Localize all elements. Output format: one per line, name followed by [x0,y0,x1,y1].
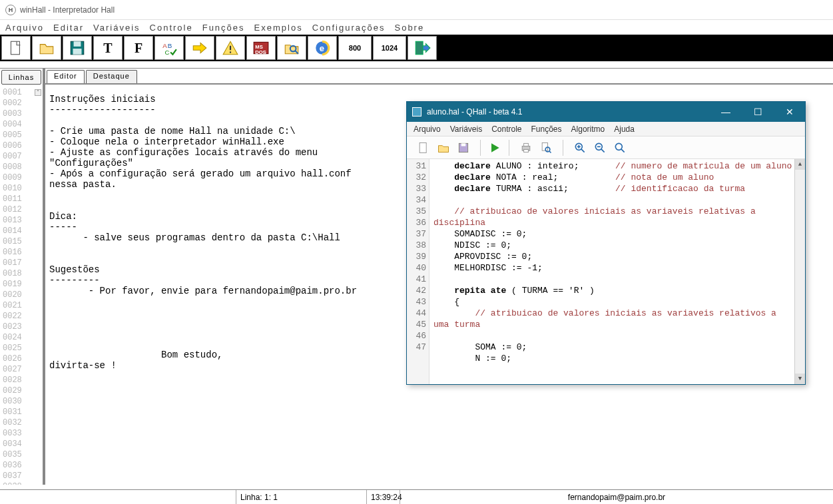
qmenu-variaveis[interactable]: Variáveis [450,125,482,134]
tab-editor[interactable]: Editor [47,70,85,83]
code-line-number: 45 [410,319,426,330]
res-1024-button[interactable]: 1024 [373,36,406,60]
code-line-number: 31 [410,160,426,172]
line-number: 0002 [3,98,41,109]
q-zoom-icon[interactable] [611,139,629,156]
main-titlebar: H winHall - Interpretador Hall [0,0,833,20]
q-new-icon[interactable] [415,139,432,156]
qhall-menubar: Arquivo Variáveis Controle Funções Algor… [407,122,805,136]
menu-funcoes[interactable]: Funções [202,23,245,33]
q-run-icon[interactable] [486,139,503,156]
new-file-button[interactable] [1,36,31,60]
qmenu-ajuda[interactable]: Ajuda [614,125,635,134]
menu-sobre[interactable]: Sobre [394,23,424,33]
exit-button[interactable] [408,36,437,60]
svg-rect-2 [74,41,81,47]
warning-button[interactable] [216,36,245,60]
code-line [433,330,801,342]
q-open-icon[interactable] [435,139,452,156]
line-number: 0024 [3,332,41,343]
line-number: 0032 [3,417,41,428]
menu-arquivo[interactable]: Arquivo [5,23,44,33]
line-number-gutter: 0001˄00020003000400050006000700080009001… [0,86,43,485]
svg-line-27 [581,148,585,152]
res-800-button[interactable]: 800 [338,36,372,60]
svg-rect-19 [461,143,466,146]
main-menubar: Arquivo Editar Variáveis Controle Funçõe… [0,20,833,35]
menu-configuracoes[interactable]: Configurações [312,23,386,33]
status-bar: Linha: 1: 1 13:39:24 fernandopaim@paim.p… [0,489,833,504]
q-print-icon[interactable] [517,139,535,156]
code-line-number: 44 [410,308,426,319]
line-number: 0019 [3,279,41,290]
line-number: 0016 [3,247,41,258]
minimize-icon[interactable]: — [716,107,736,117]
line-number: 0014 [3,226,41,236]
scroll-down-icon[interactable]: ▼ [795,374,805,384]
code-line-number: 32 [410,172,426,183]
q-zoomout-icon[interactable] [591,139,609,156]
maximize-icon[interactable]: ☐ [748,107,768,117]
qmenu-arquivo[interactable]: Arquivo [414,125,441,134]
editor-tabs: Editor Destaque [45,69,833,83]
qhall-gutter: 3132333435363738394041424344454647 [407,159,429,384]
menu-variaveis[interactable]: Variáveis [93,23,140,33]
q-save-icon[interactable] [455,139,472,156]
line-number: 0017 [3,258,41,268]
tab-destaque[interactable]: Destaque [86,70,137,83]
code-line-number: 38 [410,240,426,251]
code-line: N := 0; [433,353,801,364]
line-number: 0029 [3,385,41,396]
qhall-app-icon [412,107,421,117]
internet-button[interactable]: e [308,36,337,60]
close-icon[interactable]: ✕ [780,107,800,117]
code-line-number: 39 [410,251,426,262]
svg-rect-22 [524,149,529,152]
bold-t-button[interactable]: T [93,36,123,60]
spellcheck-button[interactable]: ABC [154,36,184,60]
line-number: 0006 [3,140,41,151]
msdos-button[interactable]: MSDOS [246,36,276,60]
qhall-source[interactable]: declare ALUNO : inteiro; // numero de ma… [429,159,805,384]
svg-rect-21 [524,143,529,146]
code-line: NDISC := 0; [433,240,801,251]
qmenu-funcoes[interactable]: Funções [531,125,562,134]
open-file-button[interactable] [32,36,61,60]
line-number: 0037 [3,471,41,481]
main-toolbar: T F ABC MSDOS e 800 1024 [0,35,833,61]
code-line: declare TURMA : ascii; // identificacao … [433,183,801,194]
window-title: winHall - Interpretador Hall [20,5,115,15]
svg-line-31 [601,148,605,152]
code-line: APROVDISC := 0; [433,251,801,262]
save-file-button[interactable] [63,36,92,60]
svg-rect-8 [230,51,231,53]
qhall-code-area[interactable]: 3132333435363738394041424344454647 decla… [407,159,805,384]
bold-f-button[interactable]: F [124,36,153,60]
line-number: 0008 [3,162,41,172]
scroll-up-icon[interactable]: ▲ [795,159,805,170]
code-line: disciplina [433,217,801,228]
gutter-scroll-up-icon[interactable]: ˄ [35,89,41,96]
code-line-number: 34 [410,194,426,206]
menu-exemplos[interactable]: Exemplos [254,23,303,33]
qhall-window[interactable]: aluno.hal - QHall - beta 4.1 — ☐ ✕ Arqui… [406,101,806,385]
code-line: declare NOTA : real; // nota de um aluno [433,172,801,183]
qhall-scrollbar[interactable]: ▲ ▼ [794,159,805,384]
search-button[interactable] [277,36,306,60]
q-zoomin-icon[interactable] [571,139,589,156]
line-number: 0009 [3,172,41,183]
svg-rect-0 [11,41,19,55]
qhall-titlebar[interactable]: aluno.hal - QHall - beta 4.1 — ☐ ✕ [407,102,805,122]
menu-controle[interactable]: Controle [150,23,193,33]
menu-editar[interactable]: Editar [53,23,84,33]
run-arrow-button[interactable] [185,36,214,60]
svg-line-34 [621,148,625,152]
qmenu-controle[interactable]: Controle [491,125,521,134]
svg-text:e: e [320,43,324,53]
line-number: 0003 [3,109,41,119]
lines-column: Linhas 0001˄0002000300040005000600070008… [0,69,45,485]
svg-rect-7 [230,46,231,51]
code-line-number: 41 [410,274,426,285]
qmenu-algoritmo[interactable]: Algoritmo [571,125,605,134]
q-preview-icon[interactable] [537,139,555,156]
